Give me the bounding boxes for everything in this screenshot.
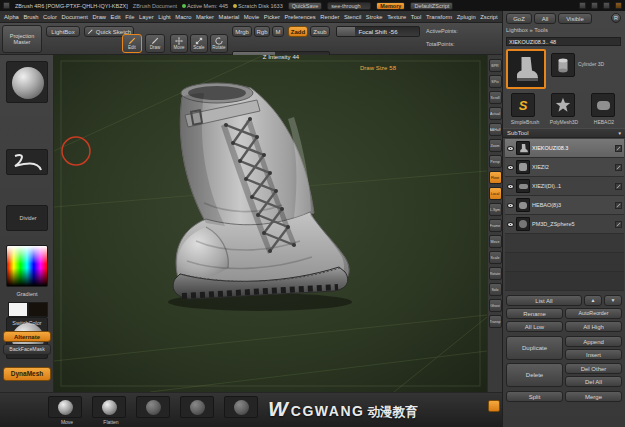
tray-brush-move[interactable]: Move (48, 396, 86, 425)
zsub-button[interactable]: Zsub (310, 26, 330, 37)
tray-brush-4[interactable] (180, 396, 218, 419)
switch-color-button[interactable]: SwitchColor (0, 320, 54, 326)
menu-marker[interactable]: Marker (196, 14, 214, 20)
backface-mask-button[interactable]: BackFaceMask (3, 344, 51, 355)
projection-master-button[interactable]: Projection Master (2, 25, 42, 53)
subtool-row[interactable]: HEBAO(8)3 (505, 196, 624, 215)
del-all-button[interactable]: Del All (565, 376, 622, 387)
menu-edit[interactable]: Edit (111, 14, 121, 20)
visible-button[interactable]: Visible (558, 13, 592, 24)
polypaint-icon[interactable] (615, 221, 622, 228)
lightbox-button[interactable]: LightBox (46, 26, 80, 37)
titlebar-icon-2[interactable] (591, 2, 598, 9)
move-button[interactable]: Move (170, 34, 188, 53)
menu-light[interactable]: Light (158, 14, 171, 20)
shelf-solo-button[interactable]: Solo (489, 283, 502, 296)
shelf-scroll-button[interactable]: Scroll (489, 91, 502, 104)
polypaint-icon[interactable] (615, 164, 622, 171)
shelf-scale-button[interactable]: Scale (489, 251, 502, 264)
cylinder3d-thumbnail[interactable] (551, 53, 575, 77)
tray-corner-toggle[interactable] (488, 400, 500, 412)
menu-brush[interactable]: Brush (23, 14, 38, 20)
titlebar-icon-3[interactable] (603, 2, 610, 9)
polymesh3d-thumbnail[interactable] (551, 93, 575, 117)
focal-shift-slider[interactable]: Focal Shift-56 (336, 26, 420, 37)
edit-button[interactable]: Edit (122, 34, 142, 53)
merge-button[interactable]: Merge (565, 391, 622, 402)
menu-stencil[interactable]: Stencil (344, 14, 361, 20)
memory-button[interactable]: Memory (376, 2, 405, 10)
see-through-slider[interactable]: see-through (327, 2, 371, 10)
rotate-button[interactable]: Rotate (210, 34, 228, 53)
menu-transform[interactable]: Transform (426, 14, 452, 20)
shelf-ghost-button[interactable]: Ghost (489, 299, 502, 312)
polypaint-icon[interactable] (615, 202, 622, 209)
shelf-lsym-button[interactable]: L.Sym (489, 203, 502, 216)
goz-button[interactable]: GoZ (506, 13, 532, 24)
menu-zscript[interactable]: Zscript (480, 14, 497, 20)
shelf-local-button[interactable]: Local (489, 187, 502, 200)
alternate-button[interactable]: Alternate (3, 331, 51, 342)
tray-brush-flatten[interactable]: Flatten (92, 396, 130, 425)
r-button[interactable]: R (611, 13, 621, 23)
subtool-row[interactable]: XIEZI2 (505, 158, 624, 177)
simplebrush-thumbnail[interactable]: S (511, 93, 535, 117)
tray-brush-5[interactable] (224, 396, 262, 419)
menu-layer[interactable]: Layer (139, 14, 154, 20)
dynamesh-button[interactable]: DynaMesh (3, 367, 51, 381)
delete-button[interactable]: Delete (506, 363, 563, 387)
shelf-transp-button[interactable]: Transp (489, 315, 502, 328)
subtool-header[interactable]: SubTool▼ (503, 128, 625, 138)
current-tool-name-bar[interactable]: XIEKOUZI08.3.. 48 (506, 37, 621, 46)
all-high-button[interactable]: All High (565, 321, 622, 332)
main-color-swatch[interactable] (8, 302, 28, 317)
menu-macro[interactable]: Macro (175, 14, 191, 20)
m-button[interactable]: M (272, 26, 284, 37)
menu-file[interactable]: File (125, 14, 134, 20)
menu-draw[interactable]: Draw (93, 14, 107, 20)
duplicate-button[interactable]: Duplicate (506, 336, 563, 360)
shelf-spix-button[interactable]: SPix (489, 75, 502, 88)
shelf-move-button[interactable]: Move (489, 235, 502, 248)
document-canvas[interactable] (54, 55, 487, 392)
titlebar-icon-4[interactable] (615, 2, 622, 9)
scale-button[interactable]: Scale (190, 34, 208, 53)
menu-picker[interactable]: Picker (264, 14, 280, 20)
hebao2-thumbnail[interactable] (591, 93, 615, 117)
subtool-row-selected[interactable]: XIEKOUZI08.3 (505, 139, 624, 158)
zadd-button[interactable]: Zadd (288, 26, 308, 37)
current-brush-thumbnail[interactable] (6, 61, 48, 103)
shelf-floor-button[interactable]: Floor (489, 171, 502, 184)
del-other-button[interactable]: Del Other (565, 363, 622, 374)
current-tool-thumbnail[interactable] (506, 49, 546, 89)
eye-icon[interactable] (507, 184, 514, 189)
move-down-button[interactable]: ▼ (604, 295, 622, 306)
all-button[interactable]: All (534, 13, 556, 24)
current-alpha-thumbnail[interactable]: Divider (6, 205, 48, 231)
eye-icon[interactable] (507, 146, 514, 151)
menu-render[interactable]: Render (320, 14, 339, 20)
shelf-frame-button[interactable]: Frame (489, 219, 502, 232)
subtool-row[interactable]: PM3D_ZSphere5 (505, 215, 624, 234)
default-zscript-button[interactable]: DefaultZScript (410, 2, 453, 10)
menu-alpha[interactable]: Alpha (4, 14, 19, 20)
subtool-row[interactable]: XIEZI(DI)..1 (505, 177, 624, 196)
quicksave-button[interactable]: QuickSave (288, 2, 323, 10)
list-all-button[interactable]: List All (506, 295, 582, 306)
tray-brush-3[interactable] (136, 396, 174, 419)
secondary-color-swatch[interactable] (28, 302, 48, 317)
gradient-label[interactable]: Gradient (0, 291, 54, 297)
all-low-button[interactable]: All Low (506, 321, 563, 332)
shelf-actual-button[interactable]: Actual (489, 107, 502, 120)
rename-button[interactable]: Rename (506, 308, 563, 319)
polypaint-icon[interactable] (615, 183, 622, 190)
shelf-aahalf-button[interactable]: AAHalf (489, 123, 502, 136)
shelf-rotate-button[interactable]: Rotate (489, 267, 502, 280)
menu-movie[interactable]: Movie (244, 14, 259, 20)
shelf-zoom-button[interactable]: Zoom (489, 139, 502, 152)
draw-button[interactable]: Draw (145, 34, 165, 53)
shelf-persp-button[interactable]: Persp (489, 155, 502, 168)
mrgb-button[interactable]: Mrgb (232, 26, 252, 37)
move-up-button[interactable]: ▲ (584, 295, 602, 306)
menu-tool[interactable]: Tool (411, 14, 422, 20)
